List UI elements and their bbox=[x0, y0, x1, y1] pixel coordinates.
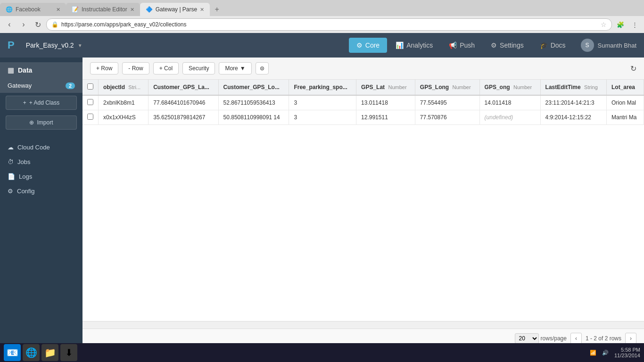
add-row-button[interactable]: + Row bbox=[90, 62, 118, 74]
fb-favicon: 🌐 bbox=[6, 6, 13, 13]
import-button[interactable]: ⊕ Import bbox=[6, 115, 77, 130]
sidebar-item-gateway[interactable]: Gateway 2 bbox=[0, 78, 83, 93]
browser-chrome: 🌐 Facebook ✕ 📝 Instructable Editor ✕ 🔷 G… bbox=[0, 0, 644, 33]
nav-item-push[interactable]: 📢 Push bbox=[441, 38, 482, 53]
parse-logo: P bbox=[8, 39, 15, 51]
header-gps-lat: GPS_Lat Number bbox=[356, 80, 415, 95]
tab-facebook[interactable]: 🌐 Facebook ✕ bbox=[0, 3, 66, 16]
row1-customer-gps-long[interactable]: 52.86711059536413 bbox=[218, 95, 289, 110]
rows-per-page-dropdown[interactable]: 20 50 100 bbox=[515, 333, 539, 344]
sidebar-item-logs[interactable]: 📄 Logs bbox=[0, 169, 83, 184]
data-icon: ▦ bbox=[8, 66, 14, 74]
horizontal-scrollbar[interactable] bbox=[83, 321, 644, 329]
sidebar-item-jobs[interactable]: ⏱ Jobs bbox=[0, 155, 83, 169]
row2-lastedittime[interactable]: 4:9:2014-12:15:22 bbox=[540, 110, 606, 125]
row1-objectid[interactable]: 2xbnlKb8m1 bbox=[99, 95, 149, 110]
extensions-button[interactable]: 🧩 bbox=[615, 19, 626, 30]
prev-page-button[interactable]: ‹ bbox=[570, 333, 582, 344]
nav-item-core[interactable]: ⚙ Core bbox=[349, 38, 387, 53]
main-content: ▦ Data Gateway 2 + + Add Class ⊕ Import … bbox=[0, 58, 644, 348]
row2-customer-gps-long[interactable]: 50.8508110998091 14 bbox=[218, 110, 289, 125]
row2-customer-gps-lat[interactable]: 35.62501879814267 bbox=[149, 110, 218, 125]
filter-button[interactable]: ⊜ bbox=[256, 62, 269, 74]
more-button[interactable]: More ▼ bbox=[219, 62, 251, 74]
taskbar: 📧 🌐 📁 ⬇ 📶 🔊 5:58 PM 11/23/2014 bbox=[0, 343, 644, 362]
rows-per-page-label: rows/page bbox=[541, 335, 567, 342]
add-col-button[interactable]: + Col bbox=[153, 62, 179, 74]
sidebar-item-cloud-code[interactable]: ☁ Cloud Code bbox=[0, 140, 83, 155]
tab-label: Gateway | Parse bbox=[156, 6, 198, 13]
row1-customer-gps-lat[interactable]: 77.68464101670946 bbox=[149, 95, 218, 110]
import-label: Import bbox=[37, 119, 53, 126]
undefined-value: (undefined) bbox=[485, 114, 513, 121]
nav-user[interactable]: S Sumanth Bhat bbox=[581, 39, 636, 52]
row2-checkbox[interactable] bbox=[87, 114, 93, 120]
app-name: Park_Easy_v0.2 bbox=[26, 41, 74, 49]
select-all-checkbox[interactable] bbox=[87, 83, 93, 90]
header-customer-gps-lat: Customer_GPS_La... bbox=[149, 80, 218, 95]
security-button[interactable]: Security bbox=[182, 62, 215, 74]
taskbar-right: 📶 🔊 5:58 PM 11/23/2014 bbox=[590, 347, 640, 358]
reload-button[interactable]: ↻ bbox=[32, 19, 43, 30]
nav-item-analytics[interactable]: 📊 Analytics bbox=[388, 38, 440, 53]
next-page-button[interactable]: › bbox=[625, 333, 636, 344]
push-icon: 📢 bbox=[449, 41, 457, 49]
app-selector[interactable]: Park_Easy_v0.2 ▼ bbox=[21, 39, 87, 52]
rows-per-page-select: 20 50 100 rows/page bbox=[515, 333, 567, 344]
forward-button[interactable]: › bbox=[18, 19, 29, 30]
taskbar-network-icon: 📶 bbox=[590, 350, 596, 356]
sidebar-item-label: Cloud Code bbox=[17, 144, 50, 151]
remove-row-button[interactable]: - Row bbox=[122, 62, 149, 74]
table-row: x0x1xXH4zS 35.62501879814267 50.85081109… bbox=[83, 110, 644, 125]
row1-gps-lat[interactable]: 13.011418 bbox=[356, 95, 415, 110]
taskbar-app-files[interactable]: 📁 bbox=[41, 344, 58, 361]
row1-lot-area[interactable]: Orion Mal bbox=[606, 95, 644, 110]
row1-lastedittime[interactable]: 23:11:2014-14:21:3 bbox=[540, 95, 606, 110]
taskbar-app-chrome[interactable]: 🌐 bbox=[23, 344, 40, 361]
table-row: 2xbnlKb8m1 77.68464101670946 52.86711059… bbox=[83, 95, 644, 110]
tab-label: Instructable Editor bbox=[82, 6, 127, 13]
tab-label: Facebook bbox=[16, 6, 41, 13]
top-nav: P Park_Easy_v0.2 ▼ ⚙ Core 📊 Analytics 📢 … bbox=[0, 33, 644, 58]
tab-instructable[interactable]: 📝 Instructable Editor ✕ bbox=[66, 3, 140, 16]
row1-checkbox[interactable] bbox=[87, 99, 93, 105]
row2-lot-area[interactable]: Mantri Ma bbox=[606, 110, 644, 125]
header-objectid: objectId Stri... bbox=[99, 80, 149, 95]
nav-item-settings[interactable]: ⚙ Settings bbox=[483, 38, 531, 53]
instructable-favicon: 📝 bbox=[72, 6, 79, 13]
bookmark-star[interactable]: ☆ bbox=[601, 21, 607, 28]
row2-gps-lat[interactable]: 12.991511 bbox=[356, 110, 415, 125]
chevron-down-icon: ▼ bbox=[78, 43, 83, 48]
close-tab-instructable[interactable]: ✕ bbox=[130, 7, 134, 13]
row2-gps-long[interactable]: 77.570876 bbox=[415, 110, 479, 125]
app: P Park_Easy_v0.2 ▼ ⚙ Core 📊 Analytics 📢 … bbox=[0, 33, 644, 348]
more-chevron-icon: ▼ bbox=[240, 65, 246, 72]
class-name: Gateway bbox=[8, 82, 32, 89]
row1-gps-ong[interactable]: 14.011418 bbox=[479, 95, 540, 110]
menu-button[interactable]: ⋮ bbox=[629, 19, 640, 30]
analytics-icon: 📊 bbox=[396, 41, 404, 49]
sidebar-item-config[interactable]: ⚙ Config bbox=[0, 184, 83, 198]
taskbar-app-outlook[interactable]: 📧 bbox=[4, 344, 21, 361]
row2-gps-ong[interactable]: (undefined) bbox=[479, 110, 540, 125]
taskbar-app-torrent[interactable]: ⬇ bbox=[60, 344, 77, 361]
row2-free-parking[interactable]: 3 bbox=[289, 110, 356, 125]
row2-objectid[interactable]: x0x1xXH4zS bbox=[99, 110, 149, 125]
row1-gps-long[interactable]: 77.554495 bbox=[415, 95, 479, 110]
close-tab-facebook[interactable]: ✕ bbox=[56, 7, 60, 13]
data-table: objectId Stri... Customer_GPS_La... Cust… bbox=[83, 80, 644, 125]
back-button[interactable]: ‹ bbox=[4, 19, 15, 30]
address-bar-row: ‹ › ↻ 🔒 ☆ 🧩 ⋮ bbox=[0, 16, 644, 33]
close-tab-gateway[interactable]: ✕ bbox=[200, 7, 204, 13]
url-input[interactable] bbox=[61, 21, 598, 28]
refresh-button[interactable]: ↻ bbox=[630, 64, 636, 73]
table-container[interactable]: objectId Stri... Customer_GPS_La... Cust… bbox=[83, 80, 644, 321]
sidebar-section-label: Data bbox=[18, 66, 32, 74]
lock-icon: 🔒 bbox=[51, 21, 58, 28]
new-tab-button[interactable]: + bbox=[210, 3, 224, 16]
taskbar-clock: 5:58 PM 11/23/2014 bbox=[614, 347, 640, 358]
nav-item-docs[interactable]: 🎓 Docs bbox=[532, 38, 573, 53]
add-class-button[interactable]: + + Add Class bbox=[6, 96, 77, 110]
row1-free-parking[interactable]: 3 bbox=[289, 95, 356, 110]
tab-gateway[interactable]: 🔷 Gateway | Parse ✕ bbox=[140, 3, 210, 16]
